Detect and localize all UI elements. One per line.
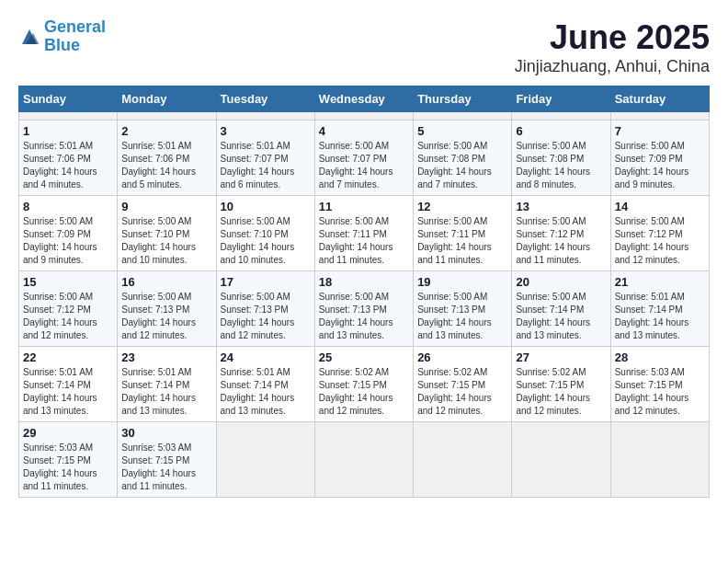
- calendar-cell: 22Sunrise: 5:01 AMSunset: 7:14 PMDayligh…: [19, 347, 118, 422]
- weekday-header-saturday: Saturday: [610, 86, 709, 112]
- calendar-cell: 6Sunrise: 5:00 AMSunset: 7:08 PMDaylight…: [512, 121, 610, 196]
- calendar-cell: 4Sunrise: 5:00 AMSunset: 7:07 PMDaylight…: [314, 121, 413, 196]
- logo: GeneralBlue: [18, 18, 106, 55]
- day-number: 22: [23, 350, 113, 364]
- calendar-cell: 18Sunrise: 5:00 AMSunset: 7:13 PMDayligh…: [314, 271, 413, 347]
- day-number: 9: [121, 200, 211, 213]
- calendar-cell: [414, 112, 512, 121]
- calendar-cell: 28Sunrise: 5:03 AMSunset: 7:15 PMDayligh…: [610, 347, 709, 422]
- calendar-cell: 13Sunrise: 5:00 AMSunset: 7:12 PMDayligh…: [512, 196, 610, 271]
- weekday-header-monday: Monday: [118, 86, 216, 112]
- calendar-cell: 5Sunrise: 5:00 AMSunset: 7:08 PMDaylight…: [414, 121, 512, 196]
- calendar-week-row: 1Sunrise: 5:01 AMSunset: 7:06 PMDaylight…: [19, 121, 710, 196]
- day-number: 26: [417, 350, 507, 364]
- calendar-cell: [314, 422, 413, 498]
- calendar-week-row: 22Sunrise: 5:01 AMSunset: 7:14 PMDayligh…: [19, 347, 710, 422]
- day-number: 10: [221, 200, 311, 213]
- day-info: Sunrise: 5:01 AMSunset: 7:06 PMDaylight:…: [121, 140, 211, 191]
- day-info: Sunrise: 5:00 AMSunset: 7:08 PMDaylight:…: [516, 140, 606, 191]
- calendar-cell: 7Sunrise: 5:00 AMSunset: 7:09 PMDaylight…: [610, 121, 709, 196]
- calendar-cell: 9Sunrise: 5:00 AMSunset: 7:10 PMDaylight…: [118, 196, 216, 271]
- day-info: Sunrise: 5:01 AMSunset: 7:14 PMDaylight:…: [23, 366, 113, 418]
- day-info: Sunrise: 5:01 AMSunset: 7:06 PMDaylight:…: [23, 140, 113, 191]
- weekday-header-friday: Friday: [512, 86, 610, 112]
- day-info: Sunrise: 5:02 AMSunset: 7:15 PMDaylight:…: [417, 366, 507, 418]
- calendar-cell: 23Sunrise: 5:01 AMSunset: 7:14 PMDayligh…: [118, 347, 216, 422]
- calendar-week-row: [19, 112, 710, 121]
- day-number: 29: [23, 426, 113, 440]
- calendar-cell: [118, 112, 216, 121]
- calendar-cell: 3Sunrise: 5:01 AMSunset: 7:07 PMDaylight…: [216, 121, 314, 196]
- day-info: Sunrise: 5:00 AMSunset: 7:13 PMDaylight:…: [121, 291, 211, 342]
- day-info: Sunrise: 5:00 AMSunset: 7:11 PMDaylight:…: [417, 215, 507, 267]
- calendar-cell: [216, 112, 314, 121]
- calendar-cell: 12Sunrise: 5:00 AMSunset: 7:11 PMDayligh…: [414, 196, 512, 271]
- day-info: Sunrise: 5:00 AMSunset: 7:11 PMDaylight:…: [319, 215, 409, 267]
- day-info: Sunrise: 5:02 AMSunset: 7:15 PMDaylight:…: [319, 366, 409, 418]
- calendar-table: SundayMondayTuesdayWednesdayThursdayFrid…: [18, 86, 710, 498]
- calendar-cell: [512, 422, 610, 498]
- page-header: GeneralBlue June 2025 Jinjiazhuang, Anhu…: [18, 18, 710, 76]
- day-info: Sunrise: 5:00 AMSunset: 7:13 PMDaylight:…: [221, 291, 311, 342]
- day-number: 25: [319, 350, 409, 364]
- day-number: 5: [417, 124, 507, 138]
- day-info: Sunrise: 5:01 AMSunset: 7:14 PMDaylight:…: [615, 291, 705, 342]
- calendar-cell: [512, 112, 610, 121]
- day-number: 11: [319, 200, 409, 213]
- day-number: 30: [121, 426, 211, 440]
- calendar-cell: 24Sunrise: 5:01 AMSunset: 7:14 PMDayligh…: [216, 347, 314, 422]
- calendar-cell: 25Sunrise: 5:02 AMSunset: 7:15 PMDayligh…: [314, 347, 413, 422]
- day-number: 14: [615, 200, 705, 213]
- day-info: Sunrise: 5:00 AMSunset: 7:09 PMDaylight:…: [23, 215, 113, 267]
- calendar-cell: [610, 422, 709, 498]
- day-number: 23: [121, 350, 211, 364]
- weekday-header-sunday: Sunday: [19, 86, 118, 112]
- day-info: Sunrise: 5:02 AMSunset: 7:15 PMDaylight:…: [516, 366, 606, 418]
- day-info: Sunrise: 5:00 AMSunset: 7:10 PMDaylight:…: [221, 215, 311, 267]
- day-number: 17: [221, 275, 311, 289]
- calendar-cell: 15Sunrise: 5:00 AMSunset: 7:12 PMDayligh…: [19, 271, 118, 347]
- day-number: 24: [221, 350, 311, 364]
- title-block: June 2025 Jinjiazhuang, Anhui, China: [515, 18, 710, 76]
- weekday-header-tuesday: Tuesday: [216, 86, 314, 112]
- calendar-cell: 29Sunrise: 5:03 AMSunset: 7:15 PMDayligh…: [19, 422, 118, 498]
- day-number: 13: [516, 200, 606, 213]
- day-number: 15: [23, 275, 113, 289]
- calendar-title: June 2025: [515, 18, 710, 57]
- calendar-cell: 10Sunrise: 5:00 AMSunset: 7:10 PMDayligh…: [216, 196, 314, 271]
- day-info: Sunrise: 5:00 AMSunset: 7:08 PMDaylight:…: [417, 140, 507, 191]
- calendar-cell: 21Sunrise: 5:01 AMSunset: 7:14 PMDayligh…: [610, 271, 709, 347]
- day-info: Sunrise: 5:01 AMSunset: 7:14 PMDaylight:…: [121, 366, 211, 418]
- day-info: Sunrise: 5:03 AMSunset: 7:15 PMDaylight:…: [615, 366, 705, 418]
- calendar-cell: 11Sunrise: 5:00 AMSunset: 7:11 PMDayligh…: [314, 196, 413, 271]
- day-number: 21: [615, 275, 705, 289]
- logo-name: GeneralBlue: [44, 18, 106, 55]
- calendar-week-row: 29Sunrise: 5:03 AMSunset: 7:15 PMDayligh…: [19, 422, 710, 498]
- calendar-cell: 19Sunrise: 5:00 AMSunset: 7:13 PMDayligh…: [414, 271, 512, 347]
- calendar-cell: 26Sunrise: 5:02 AMSunset: 7:15 PMDayligh…: [414, 347, 512, 422]
- day-number: 18: [319, 275, 409, 289]
- day-number: 3: [221, 124, 311, 138]
- calendar-subtitle: Jinjiazhuang, Anhui, China: [515, 57, 710, 76]
- day-info: Sunrise: 5:00 AMSunset: 7:07 PMDaylight:…: [319, 140, 409, 191]
- calendar-cell: 17Sunrise: 5:00 AMSunset: 7:13 PMDayligh…: [216, 271, 314, 347]
- day-info: Sunrise: 5:00 AMSunset: 7:12 PMDaylight:…: [23, 291, 113, 342]
- calendar-cell: [314, 112, 413, 121]
- calendar-cell: [414, 422, 512, 498]
- calendar-cell: 30Sunrise: 5:03 AMSunset: 7:15 PMDayligh…: [118, 422, 216, 498]
- day-number: 20: [516, 275, 606, 289]
- calendar-cell: 1Sunrise: 5:01 AMSunset: 7:06 PMDaylight…: [19, 121, 118, 196]
- calendar-cell: 27Sunrise: 5:02 AMSunset: 7:15 PMDayligh…: [512, 347, 610, 422]
- logo-icon: [18, 26, 40, 48]
- calendar-cell: 14Sunrise: 5:00 AMSunset: 7:12 PMDayligh…: [610, 196, 709, 271]
- calendar-cell: 8Sunrise: 5:00 AMSunset: 7:09 PMDaylight…: [19, 196, 118, 271]
- day-info: Sunrise: 5:03 AMSunset: 7:15 PMDaylight:…: [121, 442, 211, 493]
- day-number: 6: [516, 124, 606, 138]
- day-info: Sunrise: 5:00 AMSunset: 7:10 PMDaylight:…: [121, 215, 211, 267]
- weekday-header-row: SundayMondayTuesdayWednesdayThursdayFrid…: [19, 86, 710, 112]
- day-info: Sunrise: 5:00 AMSunset: 7:14 PMDaylight:…: [516, 291, 606, 342]
- day-number: 27: [516, 350, 606, 364]
- day-number: 28: [615, 350, 705, 364]
- calendar-week-row: 8Sunrise: 5:00 AMSunset: 7:09 PMDaylight…: [19, 196, 710, 271]
- day-info: Sunrise: 5:01 AMSunset: 7:07 PMDaylight:…: [221, 140, 311, 191]
